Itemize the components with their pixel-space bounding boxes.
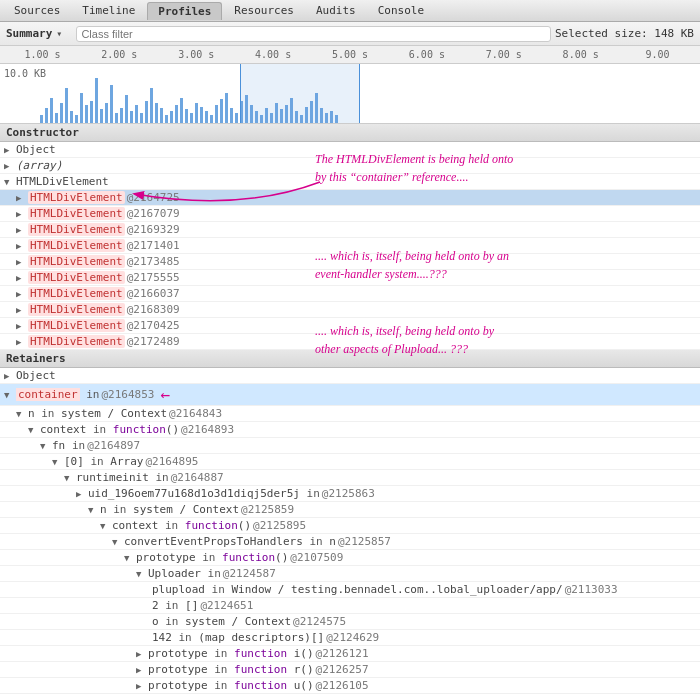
tab-console[interactable]: Console [368, 2, 434, 19]
row-label: o in system / Context [152, 615, 291, 628]
tree-row[interactable]: ▼ convertEventPropsToHandlers in n @2125… [0, 534, 700, 550]
row-label: HTMLDivElement [28, 191, 125, 204]
tree-row[interactable]: ▶ HTMLDivElement @2172489 [0, 334, 700, 350]
expand-arrow[interactable]: ▶ [16, 289, 28, 299]
row-label: prototype in function() [136, 551, 288, 564]
tree-row[interactable]: ▼ context in function() @2164893 [0, 422, 700, 438]
tree-row[interactable]: ▶ HTMLDivElement @2169329 [0, 222, 700, 238]
tree-row[interactable]: plupload in Window / testing.bennadel.co… [0, 582, 700, 598]
class-filter-input[interactable] [76, 26, 551, 42]
tree-row[interactable]: ▼ prototype in function() @2107509 [0, 550, 700, 566]
tick-7: 7.00 s [465, 49, 542, 60]
expand-arrow[interactable]: ▼ [40, 441, 52, 451]
address: @2167079 [127, 207, 180, 220]
expand-arrow[interactable]: ▼ [100, 521, 112, 531]
tab-sources[interactable]: Sources [4, 2, 70, 19]
tab-audits[interactable]: Audits [306, 2, 366, 19]
expand-arrow[interactable]: ▶ [16, 225, 28, 235]
address: @2124629 [326, 631, 379, 644]
row-label: HTMLDivElement [28, 223, 125, 236]
tree-row[interactable]: ▶ HTMLDivElement @2167079 [0, 206, 700, 222]
tab-resources[interactable]: Resources [224, 2, 304, 19]
summary-dropdown-arrow[interactable]: ▾ [56, 28, 62, 39]
row-label: (array) [16, 159, 62, 172]
top-nav-bar: Sources Timeline Profiles Resources Audi… [0, 0, 700, 22]
tree-row[interactable]: ▶ HTMLDivElement @2166037 [0, 286, 700, 302]
expand-arrow[interactable]: ▶ [136, 681, 148, 691]
expand-arrow[interactable]: ▶ [16, 193, 28, 203]
tree-row[interactable]: ▶ prototype in function r() @2126257 [0, 662, 700, 678]
expand-arrow[interactable]: ▼ [88, 505, 100, 515]
tree-row[interactable]: ▶ Object [0, 142, 700, 158]
tree-row[interactable]: ▶ HTMLDivElement @2173485 [0, 254, 700, 270]
constructor-tree: ▶ Object ▶ (array) ▼ HTMLDivElement ▶ HT… [0, 142, 700, 350]
summary-label[interactable]: Summary [6, 27, 52, 40]
expand-arrow[interactable]: ▶ [4, 145, 16, 155]
address: @2125895 [253, 519, 306, 532]
tree-row[interactable]: o in system / Context @2124575 [0, 614, 700, 630]
expand-arrow[interactable]: ▶ [16, 257, 28, 267]
tree-row[interactable]: ▶ HTMLDivElement @2171401 [0, 238, 700, 254]
tree-row[interactable]: ▶ prototype in function u() @2126105 [0, 678, 700, 694]
expand-arrow[interactable]: ▼ [64, 473, 76, 483]
tree-row[interactable]: ▼ n in system / Context @2164843 [0, 406, 700, 422]
address: @2107509 [290, 551, 343, 564]
row-label: HTMLDivElement [28, 303, 125, 316]
expand-arrow[interactable]: ▶ [136, 665, 148, 675]
tree-row[interactable]: ▼ n in system / Context @2125859 [0, 502, 700, 518]
timeline-chart[interactable]: 10.0 KB [0, 64, 700, 124]
expand-arrow[interactable]: ▶ [16, 305, 28, 315]
tree-row[interactable]: 142 in (map descriptors)[] @2124629 [0, 630, 700, 646]
tab-timeline[interactable]: Timeline [72, 2, 145, 19]
address: @2170425 [127, 319, 180, 332]
address: @2125863 [322, 487, 375, 500]
tree-row[interactable]: 2 in [] @2124651 [0, 598, 700, 614]
tree-row[interactable]: ▼ fn in @2164897 [0, 438, 700, 454]
expand-arrow[interactable]: ▼ [136, 569, 148, 579]
expand-arrow[interactable]: ▶ [16, 321, 28, 331]
tree-row[interactable]: ▶ uid_196oem77u168d1o3d1diqj5der5j in @2… [0, 486, 700, 502]
tree-row[interactable]: ▶ HTMLDivElement @2164725 [0, 190, 700, 206]
address: @2164725 [127, 191, 180, 204]
tick-5: 5.00 s [312, 49, 389, 60]
tree-row[interactable]: ▶ Object [0, 368, 700, 384]
tree-row[interactable]: ▼ Uploader in @2124587 [0, 566, 700, 582]
expand-arrow[interactable]: ▶ [16, 337, 28, 347]
address: @2164853 [101, 388, 154, 401]
tree-row[interactable]: ▼ container in @2164853 ← [0, 384, 700, 406]
tree-row[interactable]: ▼ context in function() @2125895 [0, 518, 700, 534]
tree-row[interactable]: ▶ (array) [0, 158, 700, 174]
tree-row[interactable]: ▼ runtimeinit in @2164887 [0, 470, 700, 486]
tree-row[interactable]: ▶ prototype in function i() @2126121 [0, 646, 700, 662]
row-label: prototype in function r() [148, 663, 314, 676]
expand-arrow[interactable]: ▼ [28, 425, 40, 435]
row-label: 2 in [] [152, 599, 198, 612]
retainers-section-header: Retainers [0, 350, 700, 368]
expand-arrow[interactable]: ▼ [4, 177, 16, 187]
expand-arrow[interactable]: ▼ [4, 390, 16, 400]
address: @2171401 [127, 239, 180, 252]
address: @2124575 [293, 615, 346, 628]
expand-arrow[interactable]: ▼ [52, 457, 64, 467]
tree-row[interactable]: ▶ HTMLDivElement @2175555 [0, 270, 700, 286]
expand-arrow[interactable]: ▶ [4, 161, 16, 171]
tree-row[interactable]: ▶ HTMLDivElement @2168309 [0, 302, 700, 318]
address: @2126105 [316, 679, 369, 692]
expand-arrow[interactable]: ▶ [4, 371, 16, 381]
row-label: [0] in Array [64, 455, 144, 468]
expand-arrow[interactable]: ▼ [16, 409, 28, 419]
expand-arrow[interactable]: ▶ [16, 273, 28, 283]
address: @2126121 [316, 647, 369, 660]
tree-row[interactable]: ▶ HTMLDivElement @2170425 [0, 318, 700, 334]
address: @2125857 [338, 535, 391, 548]
expand-arrow[interactable]: ▼ [124, 553, 136, 563]
expand-arrow[interactable]: ▼ [112, 537, 124, 547]
expand-arrow[interactable]: ▶ [16, 209, 28, 219]
expand-arrow[interactable]: ▶ [16, 241, 28, 251]
tab-profiles[interactable]: Profiles [147, 2, 222, 20]
tree-row[interactable]: ▼ HTMLDivElement [0, 174, 700, 190]
tree-row[interactable]: ▼ [0] in Array @2164895 [0, 454, 700, 470]
expand-arrow[interactable]: ▶ [76, 489, 88, 499]
expand-arrow[interactable]: ▶ [136, 649, 148, 659]
summary-bar: Summary ▾ Selected size: 148 KB [0, 22, 700, 46]
